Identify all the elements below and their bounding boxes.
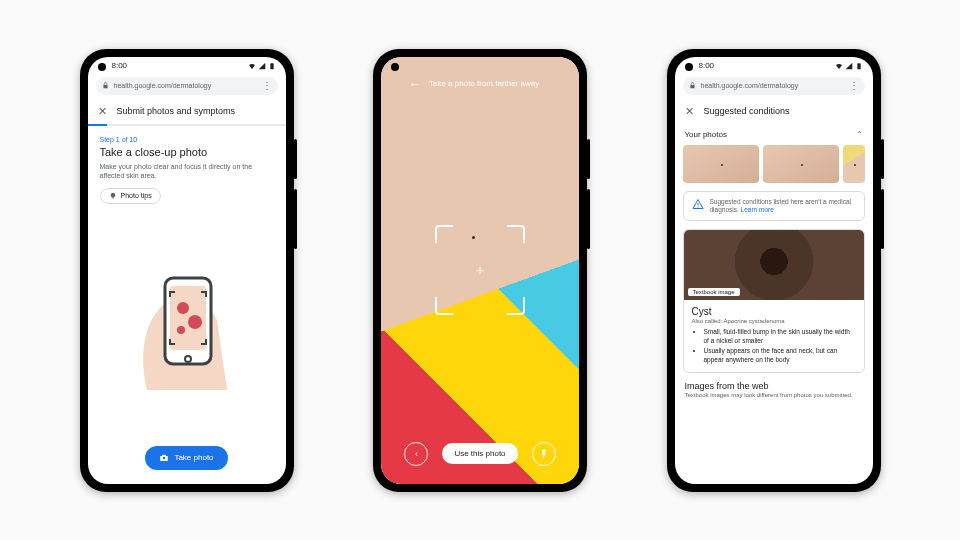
svg-rect-0	[270, 63, 273, 69]
use-this-photo-button[interactable]: Use this photo	[442, 443, 517, 464]
close-icon[interactable]: ✕	[685, 105, 694, 118]
thumbnail[interactable]	[683, 145, 759, 183]
step-heading: Take a close-up photo	[100, 146, 274, 158]
disclaimer-notice: Suggested conditions listed here aren't …	[683, 191, 865, 222]
chevron-up-icon: ⌃	[856, 130, 863, 139]
flash-button[interactable]	[532, 442, 556, 466]
take-photo-button[interactable]: Take photo	[145, 446, 227, 470]
signal-icon	[258, 62, 266, 70]
condition-bullets: Small, fluid-filled bump in the skin usu…	[692, 328, 856, 364]
url-bar[interactable]: health.google.com/dermatology ⋮	[683, 77, 865, 95]
status-icons	[835, 62, 863, 70]
your-photos-label: Your photos	[685, 130, 727, 139]
page-title: Suggested conditions	[704, 106, 790, 116]
phone-mockup-1: 8:00 health.google.com/dermatology ⋮ ✕ S…	[80, 49, 294, 492]
screen-2: ← Take a photo from farther away + ‹ Use…	[381, 57, 579, 484]
back-arrow-icon[interactable]: ←	[409, 77, 421, 91]
page-title-row: ✕ Suggested conditions	[675, 97, 873, 124]
hand-phone-illustration	[127, 260, 247, 390]
camera-punch-hole	[685, 63, 693, 71]
screen-3: 8:00 health.google.com/dermatology ⋮ ✕ S…	[675, 57, 873, 484]
battery-icon	[855, 62, 863, 70]
thumbnail[interactable]	[843, 145, 865, 183]
images-from-web-heading: Images from the web	[675, 373, 873, 391]
camera-viewfinder: ← Take a photo from farther away + ‹ Use…	[381, 57, 579, 484]
status-time: 8:00	[112, 61, 128, 70]
page-title: Submit photos and symptoms	[117, 106, 236, 116]
kebab-menu-icon[interactable]: ⋮	[849, 81, 859, 91]
lightbulb-icon	[109, 192, 117, 200]
page-title-row: ✕ Submit photos and symptoms	[88, 97, 286, 124]
wifi-icon	[835, 62, 843, 70]
camera-punch-hole	[391, 63, 399, 71]
status-bar: 8:00	[88, 57, 286, 75]
close-icon[interactable]: ✕	[98, 105, 107, 118]
illustration	[100, 204, 274, 446]
use-photo-label: Use this photo	[454, 449, 505, 458]
learn-more-link[interactable]: Learn more	[741, 206, 774, 213]
svg-rect-7	[857, 63, 860, 69]
chevron-left-icon: ‹	[415, 449, 418, 459]
image-tag: Textbook image	[688, 288, 740, 296]
condition-aka: Also called: Apocrine cystadenoma	[692, 318, 856, 324]
svg-point-5	[177, 326, 185, 334]
focus-reticle: +	[435, 225, 525, 315]
battery-icon	[268, 62, 276, 70]
camera-top-bar: ← Take a photo from farther away	[381, 77, 579, 91]
status-time: 8:00	[699, 61, 715, 70]
status-bar: 8:00	[675, 57, 873, 75]
svg-point-4	[188, 315, 202, 329]
status-icons	[248, 62, 276, 70]
your-photos-header[interactable]: Your photos ⌃	[675, 124, 873, 145]
take-photo-label: Take photo	[174, 453, 213, 462]
photo-thumbnails	[675, 145, 873, 183]
chip-label: Photo tips	[121, 192, 152, 199]
crosshair-icon: +	[476, 262, 484, 278]
url-text: health.google.com/dermatology	[114, 82, 257, 89]
camera-punch-hole	[98, 63, 106, 71]
condition-card[interactable]: Textbook image Cyst Also called: Apocrin…	[683, 229, 865, 373]
phone-mockup-2: ← Take a photo from farther away + ‹ Use…	[373, 49, 587, 492]
url-bar[interactable]: health.google.com/dermatology ⋮	[96, 77, 278, 95]
step-subtext: Make your photo clear and focus it direc…	[100, 162, 274, 180]
phone-mockup-3: 8:00 health.google.com/dermatology ⋮ ✕ S…	[667, 49, 881, 492]
camera-icon	[159, 453, 169, 463]
lock-icon	[102, 82, 109, 89]
photo-tips-chip[interactable]: Photo tips	[100, 188, 161, 204]
condition-image: Textbook image	[684, 230, 864, 300]
bullet: Usually appears on the face and neck, bu…	[704, 347, 856, 364]
camera-bottom-bar: ‹ Use this photo	[381, 442, 579, 466]
progress-bar	[88, 124, 286, 126]
disclaimer-text: Suggested conditions listed here aren't …	[710, 198, 851, 213]
wifi-icon	[248, 62, 256, 70]
signal-icon	[845, 62, 853, 70]
bullet: Small, fluid-filled bump in the skin usu…	[704, 328, 856, 345]
lock-icon	[689, 82, 696, 89]
step-label: Step 1 of 10	[100, 136, 274, 143]
retake-button[interactable]: ‹	[404, 442, 428, 466]
camera-hint-text: Take a photo from farther away	[429, 79, 539, 88]
warning-icon	[692, 198, 704, 210]
svg-point-3	[177, 302, 189, 314]
images-from-web-subtext: Textbook images may look different from …	[675, 391, 873, 398]
thumbnail[interactable]	[763, 145, 839, 183]
kebab-menu-icon[interactable]: ⋮	[262, 81, 272, 91]
condition-name: Cyst	[692, 306, 856, 317]
url-text: health.google.com/dermatology	[701, 82, 844, 89]
screen-1: 8:00 health.google.com/dermatology ⋮ ✕ S…	[88, 57, 286, 484]
flash-icon	[539, 449, 549, 459]
